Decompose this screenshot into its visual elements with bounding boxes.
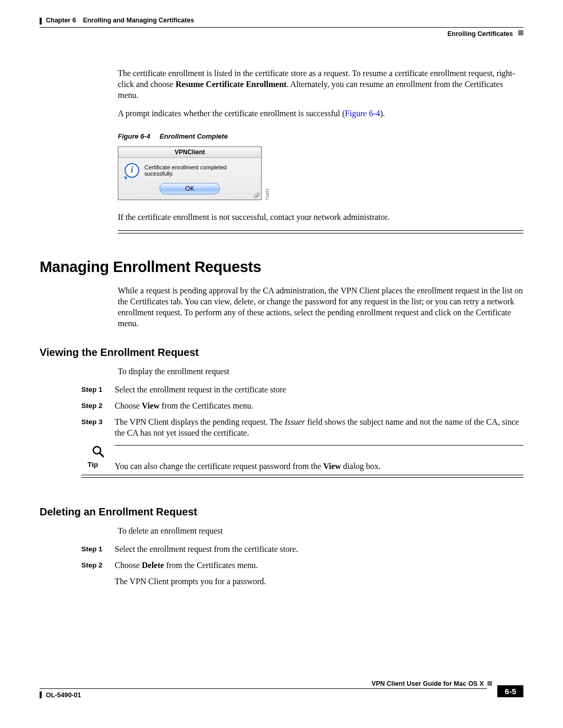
managing-para: While a request is pending approval by t… bbox=[118, 285, 523, 329]
tip-end-rule bbox=[81, 475, 523, 478]
tip-text: You can also change the certificate requ… bbox=[115, 461, 523, 472]
intro-block: The certificate enrollment is listed in … bbox=[118, 68, 523, 119]
dialog-footer: OK bbox=[118, 180, 261, 200]
magnifier-icon bbox=[91, 444, 105, 459]
page: Chapter 6 Enrolling and Managing Certifi… bbox=[0, 0, 563, 728]
page-header: Chapter 6 Enrolling and Managing Certifi… bbox=[40, 16, 523, 47]
tip-icon-col bbox=[81, 444, 115, 461]
step-row: Step 2 Choose Delete from the Certificat… bbox=[81, 560, 523, 587]
text: Choose bbox=[115, 561, 142, 570]
deleting-intro-p: To delete an enrollment request bbox=[118, 525, 523, 536]
figure-link[interactable]: Figure 6-4 bbox=[345, 109, 380, 118]
tip-top-rule bbox=[115, 445, 523, 446]
text: You can also change the certificate requ… bbox=[115, 462, 323, 471]
section-label: Enrolling Certificates bbox=[447, 30, 513, 38]
dialog-view: View bbox=[323, 462, 341, 471]
figure-title: Enrollment Complete bbox=[160, 132, 228, 140]
tip-label: Tip bbox=[81, 461, 115, 468]
text: The certificate enrollment is listed in … bbox=[118, 69, 324, 78]
after-figure-text: If the certificate enrollment is not suc… bbox=[118, 212, 523, 223]
heading-deleting: Deleting an Enrollment Request bbox=[40, 506, 523, 518]
text: A prompt indicates whether the certifica… bbox=[118, 109, 345, 118]
menu-view: View bbox=[142, 401, 160, 410]
step-label: Step 1 bbox=[81, 544, 115, 554]
dialog-box: VPNClient i Certificate enrollment compl… bbox=[118, 146, 262, 200]
header-square-icon bbox=[518, 30, 523, 35]
step-label: Step 1 bbox=[81, 384, 115, 395]
svg-line-1 bbox=[100, 453, 103, 456]
text: ). bbox=[380, 109, 385, 118]
section-end-rule bbox=[118, 230, 523, 233]
step-label: Step 2 bbox=[81, 560, 115, 587]
chapter-prefix: Chapter 6 bbox=[46, 17, 76, 24]
managing-p: While a request is pending approval by t… bbox=[118, 285, 523, 329]
text: The VPN Client displays the pending requ… bbox=[115, 417, 285, 426]
figure-caption: Figure 6-4Enrollment Complete bbox=[118, 132, 523, 140]
deleting-steps: Step 1 Select the enrollment request fro… bbox=[81, 544, 523, 587]
menu-delete: Delete bbox=[142, 561, 164, 570]
step-row: Step 1 Select the enrollment request in … bbox=[81, 384, 523, 395]
tip-label-col: Tip bbox=[81, 461, 115, 468]
term-request: request bbox=[324, 69, 348, 78]
step-row: Step 3 The VPN Client displays the pendi… bbox=[81, 416, 523, 438]
chapter-line: Chapter 6 Enrolling and Managing Certifi… bbox=[46, 17, 194, 24]
resize-grip-icon bbox=[253, 192, 260, 198]
after-fig-p: If the certificate enrollment is not suc… bbox=[118, 212, 523, 223]
menu-resume-cert: Resume Certificate Enrollment bbox=[176, 80, 287, 89]
figure-code: 75493 bbox=[265, 188, 270, 201]
viewing-intro-p: To display the enrollment request bbox=[118, 366, 523, 377]
chapter-title: Enrolling and Managing Certificates bbox=[83, 17, 194, 24]
header-bar-icon bbox=[40, 18, 42, 24]
tip-block: Tip You can also change the certificate … bbox=[81, 444, 523, 478]
ok-button[interactable]: OK bbox=[160, 183, 220, 194]
dialog-message: Certificate enrollment completed sucessf… bbox=[144, 164, 255, 177]
dialog-title: VPNClient bbox=[118, 147, 261, 158]
figure-image: VPNClient i Certificate enrollment compl… bbox=[118, 146, 523, 200]
guide-title: VPN Client User Guide for Mac OS X bbox=[372, 680, 484, 687]
step-label: Step 3 bbox=[81, 416, 115, 438]
figure-number: Figure 6-4 bbox=[118, 132, 150, 140]
text: Select the enrollment request in the cer… bbox=[115, 385, 286, 394]
page-footer: VPN Client User Guide for Mac OS X OL-54… bbox=[40, 681, 523, 710]
text: The VPN Client prompts you for a passwor… bbox=[115, 577, 266, 586]
step-text: Choose Delete from the Certificates menu… bbox=[115, 560, 523, 587]
viewing-steps: Step 1 Select the enrollment request in … bbox=[81, 384, 523, 438]
text: Select the enrollment request from the c… bbox=[115, 545, 298, 553]
step-text: Choose View from the Certificates menu. bbox=[115, 400, 523, 411]
step-text: Select the enrollment request from the c… bbox=[115, 544, 523, 554]
step-text: Select the enrollment request in the cer… bbox=[115, 384, 523, 395]
step-row: Step 2 Choose View from the Certificates… bbox=[81, 400, 523, 411]
content: The certificate enrollment is listed in … bbox=[40, 68, 523, 587]
text: dialog box. bbox=[341, 462, 381, 471]
heading-viewing: Viewing the Enrollment Request bbox=[40, 347, 523, 359]
step-label: Step 2 bbox=[81, 400, 115, 411]
footer-square-icon bbox=[487, 681, 492, 686]
page-number-badge: 6-5 bbox=[497, 685, 523, 697]
viewing-intro: To display the enrollment request bbox=[118, 366, 523, 377]
text: from the Certificates menu. bbox=[164, 561, 258, 570]
step-text: The VPN Client displays the pending requ… bbox=[115, 416, 523, 438]
text: Choose bbox=[115, 401, 142, 410]
dialog-body: i Certificate enrollment completed suces… bbox=[118, 158, 261, 180]
footer-bar-icon bbox=[40, 692, 42, 698]
field-issuer: Issuer bbox=[285, 417, 305, 426]
deleting-intro: To delete an enrollment request bbox=[118, 525, 523, 536]
intro-p2: A prompt indicates whether the certifica… bbox=[118, 108, 523, 119]
intro-p1: The certificate enrollment is listed in … bbox=[118, 68, 523, 101]
footer-rule bbox=[40, 688, 487, 689]
text: from the Certificates menu. bbox=[160, 401, 253, 410]
document-number: OL-5490-01 bbox=[46, 692, 81, 699]
header-rule bbox=[40, 27, 523, 28]
info-icon: i bbox=[125, 163, 139, 178]
heading-managing: Managing Enrollment Requests bbox=[40, 258, 523, 276]
step-row: Step 1 Select the enrollment request fro… bbox=[81, 544, 523, 554]
